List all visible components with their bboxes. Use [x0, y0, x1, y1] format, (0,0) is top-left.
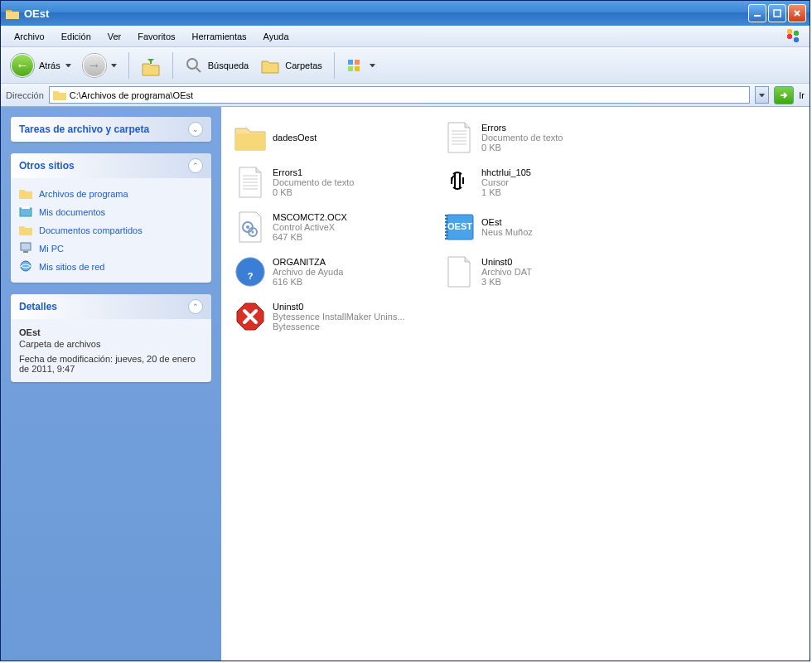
svg-point-27 [252, 231, 254, 234]
file-item-uninstaller[interactable]: Uninst0 Bytessence InstallMaker Unins...… [228, 296, 433, 337]
file-item-cursor[interactable]: hhctrlui_105 Cursor 1 KB [437, 162, 642, 203]
file-meta: Archivo DAT [481, 267, 532, 277]
details-panel-body: OEst Carpeta de archivos Fecha de modifi… [11, 319, 211, 382]
file-name: Uninst0 [481, 257, 532, 267]
details-modified: Fecha de modificación: jueves, 20 de ene… [19, 354, 203, 374]
tasks-panel-header[interactable]: Tareas de archivo y carpeta ⌄ [11, 117, 211, 142]
sidebar-item-mipc[interactable]: Mi PC [19, 240, 203, 258]
forward-icon: → [83, 54, 106, 77]
menu-herramientas[interactable]: Herramientas [184, 28, 255, 45]
file-meta: Control ActiveX [273, 222, 347, 232]
sidebar-item-misdocs[interactable]: Mis documentos [19, 203, 203, 221]
file-name: Errors [481, 123, 563, 133]
file-size: 0 KB [481, 143, 563, 152]
chevron-down-icon [65, 64, 71, 67]
svg-rect-8 [355, 66, 360, 71]
sidebar: Tareas de archivo y carpeta ⌄ Otros siti… [1, 107, 221, 661]
file-name: dadesOest [273, 133, 317, 143]
file-item-folder[interactable]: dadesOest [228, 117, 433, 158]
address-dropdown[interactable] [755, 86, 769, 104]
file-publisher: Bytessence [273, 322, 405, 332]
svg-rect-11 [21, 243, 31, 250]
svg-line-4 [196, 68, 201, 72]
cursor-icon [442, 165, 476, 200]
file-size: 1 KB [481, 187, 531, 197]
minimize-button[interactable] [748, 4, 766, 22]
file-name: ORGANITZA [273, 257, 343, 267]
menu-ayuda[interactable]: Ayuda [255, 28, 297, 45]
shared-folder-icon [19, 224, 32, 237]
svg-rect-6 [355, 60, 360, 65]
folder-icon [233, 120, 268, 155]
sidebar-item-label: Documentos compartidos [39, 225, 143, 235]
search-button[interactable]: Búsqueda [181, 55, 253, 76]
file-item-dat[interactable]: Uninst0 Archivo DAT 3 KB [437, 251, 642, 293]
sidebar-item-label: Mi PC [39, 244, 64, 254]
file-item-ocx[interactable]: MSCOMCT2.OCX Control ActiveX 647 KB [228, 206, 433, 248]
titlebar[interactable]: OEst [1, 1, 810, 26]
views-button[interactable] [343, 56, 379, 75]
file-meta: Archivo de Ayuda [273, 267, 343, 277]
svg-text:OEST: OEST [447, 221, 472, 231]
address-bar: Dirección Ir [1, 84, 810, 107]
go-label: Ir [799, 90, 805, 100]
forward-button[interactable]: → [80, 52, 120, 79]
details-panel-header[interactable]: Detalles ⌃ [11, 294, 211, 319]
file-name: Uninst0 [273, 302, 405, 312]
sidebar-item-red[interactable]: Mis sitios de red [19, 258, 203, 276]
file-item-text[interactable]: Errors Documento de texto 0 KB [437, 117, 642, 158]
collapse-icon: ⌃ [188, 299, 203, 314]
up-button[interactable] [138, 52, 164, 79]
tasks-panel-title: Tareas de archivo y carpeta [19, 123, 149, 135]
file-size: 616 KB [273, 277, 343, 287]
chevron-down-icon [370, 64, 375, 67]
folders-button[interactable]: Carpetas [257, 55, 326, 76]
svg-rect-7 [348, 66, 353, 71]
svg-rect-2 [150, 59, 152, 64]
activex-icon [233, 210, 268, 244]
svg-text:?: ? [248, 271, 254, 281]
menu-favoritos[interactable]: Favoritos [129, 28, 183, 45]
menubar: Archivo Edición Ver Favoritos Herramient… [1, 26, 810, 47]
folder-icon [53, 90, 66, 100]
svg-rect-12 [23, 251, 28, 253]
back-button[interactable]: ← Atrás [7, 52, 75, 79]
svg-rect-9 [20, 208, 31, 216]
menu-ver[interactable]: Ver [99, 28, 130, 45]
folder-icon [19, 187, 32, 201]
details-panel: Detalles ⌃ OEst Carpeta de archivos Fech… [11, 294, 211, 382]
go-button[interactable] [774, 86, 794, 104]
file-meta: Cursor [481, 177, 531, 187]
address-input[interactable] [70, 90, 746, 100]
menu-edicion[interactable]: Edición [53, 28, 99, 45]
folder-up-icon [141, 54, 161, 77]
computer-icon [19, 242, 32, 255]
file-item-oest[interactable]: OEST OEst Neus Muñoz [437, 206, 642, 248]
places-panel-body: Archivos de programa Mis documentos Docu… [11, 178, 211, 283]
details-name: OEst [19, 327, 203, 337]
go-arrow-icon [779, 90, 789, 100]
sidebar-item-archivos[interactable]: Archivos de programa [19, 185, 203, 203]
sidebar-item-label: Mis sitios de red [39, 262, 104, 272]
file-name: Errors1 [273, 167, 354, 177]
file-meta: Neus Muñoz [481, 227, 533, 237]
places-panel-header[interactable]: Otros sitios ⌃ [11, 153, 211, 178]
search-label: Búsqueda [208, 60, 249, 70]
file-item-text[interactable]: Errors1 Documento de texto 0 KB [228, 162, 433, 203]
documents-icon [19, 206, 32, 219]
address-field-container[interactable] [49, 86, 750, 104]
close-button[interactable] [788, 4, 806, 22]
places-panel: Otros sitios ⌃ Archivos de programa Mis … [11, 153, 211, 283]
menu-archivo[interactable]: Archivo [6, 28, 53, 45]
expand-icon: ⌄ [188, 122, 203, 137]
svg-rect-0 [754, 15, 761, 17]
sidebar-item-compartidos[interactable]: Documentos compartidos [19, 221, 203, 240]
explorer-window: OEst Archivo Edición Ver Favoritos Herra… [0, 0, 810, 661]
file-item-help[interactable]: ? ORGANITZA Archivo de Ayuda 616 KB [228, 251, 433, 293]
file-size: 647 KB [273, 232, 347, 242]
back-icon: ← [11, 54, 34, 77]
maximize-button[interactable] [768, 4, 786, 22]
views-icon [346, 58, 365, 73]
svg-rect-5 [348, 60, 353, 65]
back-label: Atrás [39, 60, 60, 70]
